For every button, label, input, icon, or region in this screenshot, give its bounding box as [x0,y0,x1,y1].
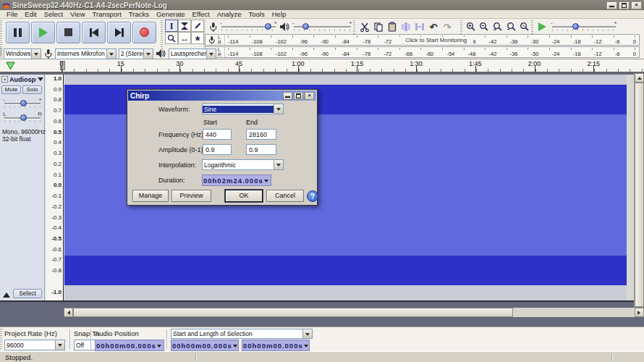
dropdown-arrow-icon[interactable] [143,49,153,59]
playback-speed-slider[interactable]: - + [551,22,617,31]
help-button[interactable]: ? [307,190,318,202]
output-volume-slider[interactable]: - + [292,22,352,31]
scroll-left-icon[interactable] [64,308,73,317]
multi-tool-button[interactable]: * [191,32,204,44]
playback-speed-thumb[interactable] [572,23,579,30]
pause-button[interactable] [6,22,30,43]
ok-button[interactable]: OK [225,190,263,202]
menu-item[interactable]: Tracks [125,10,153,18]
playback-meter[interactable]: LR -114-108-102-96-90-84-78-72-66-60-54-… [205,46,640,58]
scroll-up-icon[interactable] [635,73,644,83]
track-select-button[interactable]: Select [13,289,42,298]
output-device-select[interactable]: Lautsprecher (Co [169,49,216,59]
zoom-in-button[interactable] [465,21,478,33]
silence-audio-button[interactable] [413,21,426,33]
mute-button[interactable]: Mute [1,85,21,94]
dropdown-arrow-icon[interactable] [274,160,283,169]
cancel-button[interactable]: Cancel [266,190,304,202]
menu-item[interactable]: Select [41,10,67,18]
vertical-scale-ruler[interactable]: 1.00.90.80.70.60.50.40.30.20.10.0-0.1-0.… [46,75,64,300]
menu-item[interactable]: Analyze [213,10,245,18]
track-pan-slider[interactable]: L R [3,114,42,122]
track-menu-arrow-icon[interactable] [38,77,43,84]
frequency-start-field[interactable]: 440 [203,129,232,140]
track-gain-thumb[interactable] [20,100,27,106]
dropdown-arrow-icon[interactable] [304,345,308,350]
scroll-right-icon[interactable] [635,308,644,317]
draw-tool-button[interactable] [191,20,204,32]
input-volume-slider[interactable]: - + [220,22,277,31]
waveform-select[interactable]: Sine [202,104,284,114]
close-icon[interactable]: × [631,1,642,9]
dialog-close-icon[interactable]: × [305,92,314,100]
minimize-icon[interactable] [606,1,617,9]
menu-item[interactable]: Generate [153,10,189,18]
track-pan-thumb[interactable] [20,114,27,121]
quickplay-pin-icon[interactable] [6,62,15,70]
monitoring-hint[interactable]: Click to Start Monitoring [399,37,473,43]
fit-project-button[interactable] [505,21,518,33]
stop-button[interactable] [56,22,80,43]
dropdown-arrow-icon[interactable] [206,49,216,59]
dropdown-arrow-icon[interactable] [106,49,116,59]
manage-button[interactable]: Manage [132,190,169,202]
dropdown-arrow-icon[interactable] [157,345,161,350]
menu-item[interactable]: File [3,10,21,18]
solo-button[interactable]: Solo [22,85,42,94]
restore-icon[interactable] [619,1,630,9]
selection-mode-select[interactable]: Start and Length of Selection [171,329,313,339]
recording-meter[interactable]: LR -114-108-102-96-90-84-78-72-66-60-54-… [205,34,640,46]
amplitude-start-field[interactable]: 0.9 [203,144,232,155]
dropdown-arrow-icon[interactable] [264,180,268,185]
dropdown-arrow-icon[interactable] [31,49,41,59]
dropdown-arrow-icon[interactable] [55,340,64,350]
chirp-dialog-titlebar[interactable]: Chirp × [128,90,316,101]
dropdown-arrow-icon[interactable] [302,329,312,338]
selection-start-field[interactable]: 00h00m00.000s [171,340,239,351]
audio-host-select[interactable]: Windows W [4,49,41,59]
redo-button[interactable]: ↷ [441,21,454,33]
play-at-speed-button[interactable] [535,21,548,33]
vertical-scrollbar-thumb[interactable] [635,83,644,307]
input-volume-thumb[interactable] [265,23,271,30]
envelope-tool-button[interactable] [178,20,191,32]
track-close-icon[interactable]: × [1,76,8,83]
horizontal-scrollbar-thumb[interactable] [73,308,513,317]
input-device-select[interactable]: Internes Mikrofon [55,49,116,59]
audio-position-field[interactable]: 00h00m00.000s [95,340,164,351]
track-collapse-icon[interactable] [3,289,10,298]
vertical-scrollbar[interactable] [634,73,644,316]
preview-button[interactable]: Preview [171,190,211,202]
dialog-maximize-icon[interactable] [294,92,303,100]
project-rate-select[interactable]: 96000 [4,340,65,350]
output-volume-thumb[interactable] [302,23,309,30]
zoom-out-button[interactable] [478,21,491,33]
fit-selection-button[interactable] [491,21,504,33]
skip-start-button[interactable] [82,22,106,43]
timeshift-tool-button[interactable]: ↔ [178,32,191,44]
paste-button[interactable] [386,21,399,33]
selection-length-field[interactable]: 00h00m00.000s [242,340,310,351]
timeline-ruler[interactable]: 01530451:001:151:301:452:002:15 [0,59,644,73]
horizontal-scrollbar[interactable] [64,308,644,317]
menu-item[interactable]: View [67,10,88,18]
cut-button[interactable] [358,21,371,33]
menu-item[interactable]: Effect [189,10,213,18]
dropdown-arrow-icon[interactable] [274,104,283,114]
amplitude-end-field[interactable]: 0.9 [246,144,276,155]
record-button[interactable] [132,22,156,43]
zoom-toggle-button[interactable] [518,21,531,33]
skip-end-button[interactable] [107,22,131,43]
frequency-end-field[interactable]: 28160 [246,129,276,140]
input-channels-select[interactable]: 2 (Stereo) [119,49,153,59]
menu-item[interactable]: Help [268,10,290,18]
dialog-minimize-icon[interactable] [283,92,292,100]
menu-item[interactable]: Tools [245,10,268,18]
trim-audio-button[interactable] [399,21,412,33]
undo-button[interactable]: ↶ [427,21,440,33]
duration-field[interactable]: 00h02m24.000s [202,174,271,186]
selection-tool-button[interactable]: I [165,20,178,32]
track-name[interactable]: Audiospur [9,76,36,83]
zoom-tool-button[interactable] [165,32,178,44]
menu-item[interactable]: Edit [21,10,40,18]
